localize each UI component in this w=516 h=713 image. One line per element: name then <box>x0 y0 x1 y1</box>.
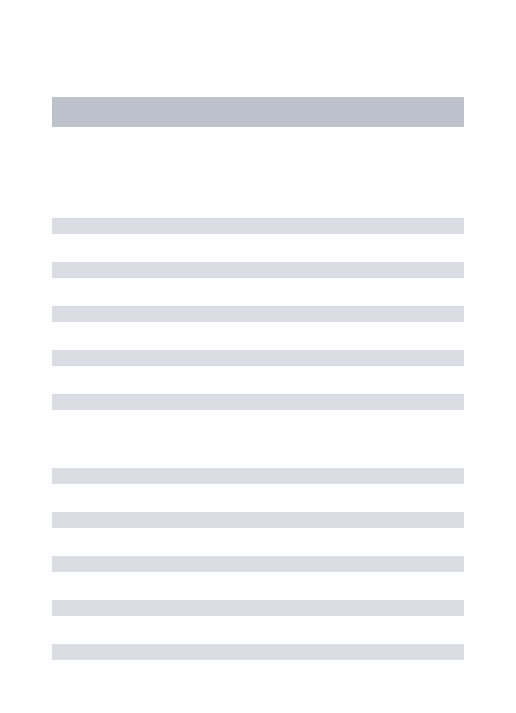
document-page <box>0 0 516 713</box>
text-line <box>52 512 464 528</box>
text-line <box>52 644 464 660</box>
text-line <box>52 556 464 572</box>
text-line <box>52 262 464 278</box>
text-line <box>52 306 464 322</box>
title-placeholder <box>52 97 464 127</box>
text-line <box>52 394 464 410</box>
text-line <box>52 218 464 234</box>
text-line <box>52 600 464 616</box>
text-line <box>52 468 464 484</box>
text-line <box>52 350 464 366</box>
